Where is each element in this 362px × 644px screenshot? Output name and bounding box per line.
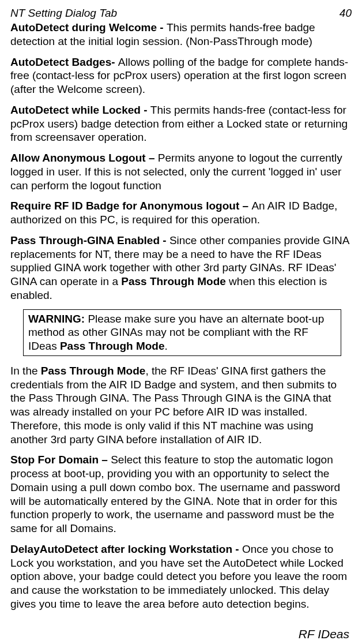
term-pass-through-mode: Pass Through Mode — [60, 340, 165, 352]
term-autodetect-welcome: AutoDetect during Welcome - — [10, 21, 167, 33]
para-require-rfid-badge: Require RF ID Badge for Anonymous logout… — [10, 199, 352, 227]
document-page: NT Setting Dialog Tab 40 AutoDetect duri… — [0, 0, 362, 644]
text: . — [165, 340, 168, 352]
para-allow-anonymous-logout: Allow Anonymous Logout – Permits anyone … — [10, 151, 352, 192]
term-autodetect-badges: AutoDetect Badges- — [10, 56, 118, 68]
warning-box: WARNING: Please make sure you have an al… — [23, 309, 341, 356]
section-title: NT Setting Dialog Tab — [10, 7, 117, 20]
para-stop-for-domain: Stop For Domain – Select this feature to… — [10, 453, 352, 536]
term-pass-through-mode: Pass Through Mode — [121, 275, 226, 287]
term-autodetect-locked: AutoDetect while Locked - — [10, 104, 150, 116]
para-pass-through-gina: Pass Through-GINA Enabled - Since other … — [10, 234, 352, 302]
term-require-rfid-badge: Require RF ID Badge for Anonymous logout… — [10, 200, 251, 212]
page-footer: RF IDeas — [10, 627, 352, 641]
term-pass-through-gina: Pass Through-GINA Enabled - — [10, 234, 169, 246]
warning-label: WARNING: — [28, 313, 85, 325]
para-delay-autodetect: DelayAutoDetect after locking Workstatio… — [10, 542, 352, 611]
term-delay-autodetect: DelayAutoDetect after locking Workstatio… — [10, 543, 242, 555]
para-autodetect-locked: AutoDetect while Locked - This permits h… — [10, 103, 352, 144]
term-allow-anonymous-logout: Allow Anonymous Logout – — [10, 152, 158, 164]
para-pass-through-mode-detail: In the Pass Through Mode, the RF IDeas' … — [10, 364, 352, 447]
page-number: 40 — [340, 7, 352, 20]
page-header: NT Setting Dialog Tab 40 — [10, 7, 352, 20]
term-pass-through-mode: Pass Through Mode — [41, 365, 146, 377]
para-autodetect-welcome: AutoDetect during Welcome - This permits… — [10, 21, 352, 48]
text: In the — [10, 365, 41, 377]
footer-brand: RF IDeas — [299, 627, 349, 641]
para-autodetect-badges: AutoDetect Badges- Allows polling of the… — [10, 55, 352, 96]
term-stop-for-domain: Stop For Domain – — [10, 454, 111, 466]
